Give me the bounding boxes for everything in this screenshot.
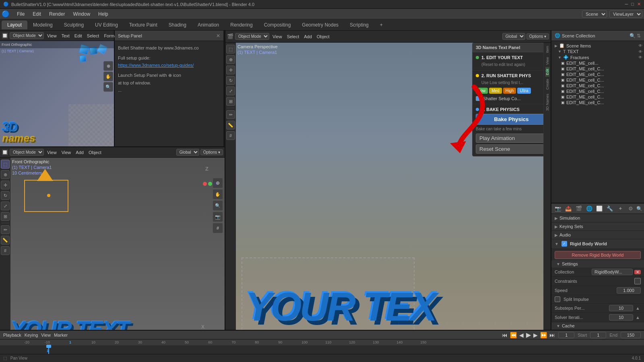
prop-render-icon[interactable]: 📷 — [553, 204, 562, 213]
viewlayer-selector[interactable]: ViewLayer — [609, 10, 642, 18]
front-object-menu[interactable]: Object — [87, 150, 103, 155]
start-frame-input[interactable] — [590, 332, 606, 338]
center-tool-rotate[interactable]: ↻ — [226, 76, 235, 85]
solver-inc-btn[interactable]: ▲ — [635, 315, 641, 320]
center-add-menu[interactable]: Add — [302, 34, 314, 39]
reset-scene-btn[interactable]: Reset Scene — [476, 144, 547, 154]
tree-scene-items[interactable]: ▶ 📋 Scene Items 👁 — [551, 43, 644, 49]
prop-particles-icon[interactable]: ✦ — [616, 204, 625, 213]
center-tool-move[interactable]: ✛ — [226, 66, 235, 74]
speed-value[interactable]: 1.000 — [617, 287, 641, 294]
filter-icon[interactable]: 🔍 — [630, 33, 636, 39]
keying-menu[interactable]: Keying — [25, 333, 38, 337]
substeps-value[interactable]: 10 — [609, 305, 633, 311]
setup-content-link[interactable]: https://www.3dnames.co/setup-guides/ — [118, 62, 220, 69]
front-transform-select[interactable]: Global — [176, 149, 199, 156]
view-menu-timeline[interactable]: View — [41, 333, 51, 337]
center-mode-select[interactable]: Object Mode — [235, 33, 269, 40]
center-transform-select[interactable]: Global — [502, 33, 525, 40]
tree-cell-8[interactable]: ▣ EDIT_ME_cell_C... — [551, 100, 644, 105]
front-select-menu[interactable]: View — [60, 150, 73, 155]
rigid-body-checkbox[interactable]: ✓ — [561, 241, 567, 247]
sidebar-3dnames-tab[interactable]: 3D Names — [545, 92, 549, 113]
orbit-btn[interactable]: ⊕ — [213, 178, 223, 188]
left-select-menu[interactable]: Select — [85, 33, 101, 38]
center-select-menu[interactable]: Select — [285, 34, 301, 39]
sidebar-create-tab[interactable]: Create — [545, 77, 549, 91]
timeline-cursor[interactable] — [48, 346, 49, 354]
tab-rendering[interactable]: Rendering — [225, 21, 258, 29]
tree-cell-3[interactable]: ▣ EDIT_ME_cell_C... — [551, 72, 644, 77]
center-tool-transform[interactable]: ⊞ — [226, 97, 235, 106]
sidebar-edit-tab[interactable]: Edit — [545, 67, 549, 77]
center-tool-annotate[interactable]: ✏ — [226, 110, 235, 119]
tree-cell-5[interactable]: ▣ EDIT_ME_cell_C... — [551, 83, 644, 88]
go-start-btn[interactable]: ⏮ — [502, 332, 508, 338]
tab-texture[interactable]: Texture Paint — [124, 21, 163, 29]
center-tool-grid[interactable]: # — [226, 131, 235, 140]
tool-transform[interactable]: ⊞ — [1, 212, 10, 221]
prev-frame-btn[interactable]: ⏪ — [510, 332, 517, 338]
tool-measure[interactable]: 📏 — [1, 236, 10, 245]
gizmo-zoom-btn[interactable]: 🔍 — [103, 82, 113, 92]
current-frame-input[interactable] — [558, 332, 574, 338]
play-btn[interactable]: ▶ — [526, 331, 531, 339]
remove-rigid-body-btn[interactable]: Remove Rigid Body World — [555, 251, 641, 259]
prop-world-icon[interactable]: 🌐 — [585, 204, 594, 213]
tree-cell-4[interactable]: ▣ EDIT_ME_cell_C... — [551, 77, 644, 83]
setup-panel-close-btn[interactable]: ✕ — [216, 33, 220, 39]
tab-layout[interactable]: Layout — [2, 21, 27, 29]
tool-scale[interactable]: ⤢ — [1, 202, 10, 210]
cache-header[interactable]: ▼ Cache — [551, 322, 644, 329]
tab-shading[interactable]: Shading — [163, 21, 192, 29]
center-tool-select[interactable]: ⬚ — [226, 45, 235, 53]
solver-value[interactable]: 10 — [609, 314, 633, 321]
tab-add[interactable]: + — [374, 21, 388, 29]
tab-scripting[interactable]: Scripting — [344, 21, 374, 29]
camera-btn[interactable]: 📷 — [213, 212, 223, 222]
minimize-btn[interactable]: ─ — [625, 2, 628, 7]
center-view-menu[interactable]: View — [271, 34, 284, 39]
grid-btn[interactable]: # — [213, 223, 223, 233]
mode-select-left[interactable]: Object Mode — [10, 32, 44, 39]
center-object-menu[interactable]: Object — [315, 34, 331, 39]
front-add-menu[interactable]: Add — [74, 150, 85, 155]
tree-cell-6[interactable]: ▣ EDIT_ME_cell_C... — [551, 88, 644, 94]
prop-object-icon[interactable]: ⬜ — [595, 204, 604, 213]
tool-grid[interactable]: # — [1, 246, 10, 255]
end-frame-input[interactable] — [621, 332, 641, 338]
filter-icon-props[interactable]: 🔍 — [636, 206, 642, 212]
eye-text[interactable]: 👁 — [638, 49, 642, 54]
center-tool-scale[interactable]: ⤢ — [226, 86, 235, 95]
prop-physics-icon[interactable]: ⚙ — [626, 204, 635, 213]
front-mode-select[interactable]: Object Mode — [10, 149, 44, 156]
section3-header[interactable]: 3. BAKE PHYSICS — [473, 106, 550, 113]
zoom-btn[interactable]: 🔍 — [213, 200, 223, 211]
keying-sets-header[interactable]: ▶ Keying Sets — [551, 222, 644, 230]
pan-btn[interactable]: ✋ — [213, 189, 223, 200]
prev-keyframe-btn[interactable]: ◀ — [519, 332, 524, 338]
center-tool-measure[interactable]: 📏 — [226, 121, 235, 130]
playback-menu[interactable]: Playback — [3, 333, 21, 337]
next-keyframe-btn[interactable]: ▶ — [533, 332, 538, 338]
go-end-btn[interactable]: ⏭ — [549, 332, 555, 338]
gizmo-orbit-btn[interactable]: ⊕ — [103, 61, 113, 71]
tab-animation[interactable]: Animation — [192, 21, 225, 29]
play-animation-btn[interactable]: Play Animation — [476, 134, 547, 143]
quality-med-btn[interactable]: Med — [489, 88, 502, 94]
tool-cursor[interactable]: ⊕ — [1, 170, 10, 179]
substeps-inc-btn[interactable]: ▲ — [635, 306, 641, 311]
quality-high-btn[interactable]: High — [503, 88, 516, 94]
prop-output-icon[interactable]: 📤 — [564, 204, 573, 213]
tree-fractures[interactable]: ▼ 💠 Fractures 👁 — [551, 54, 644, 60]
eye-fractures[interactable]: 👁 — [638, 55, 642, 60]
tree-cell-1[interactable]: ▣ EDIT_ME_cell... — [551, 60, 644, 66]
tab-uv[interactable]: UV Editing — [89, 21, 124, 29]
left-text-menu[interactable]: Text — [60, 33, 71, 38]
prop-scene-icon[interactable]: 🎬 — [574, 204, 583, 213]
close-btn[interactable]: ✕ — [637, 2, 641, 7]
sort-icon[interactable]: ⇅ — [637, 33, 641, 39]
tool-move[interactable]: ✛ — [1, 181, 10, 189]
bake-physics-btn[interactable]: Bake Physics — [476, 114, 547, 125]
tree-cell-7[interactable]: ▣ EDIT_ME_cell_C... — [551, 94, 644, 100]
